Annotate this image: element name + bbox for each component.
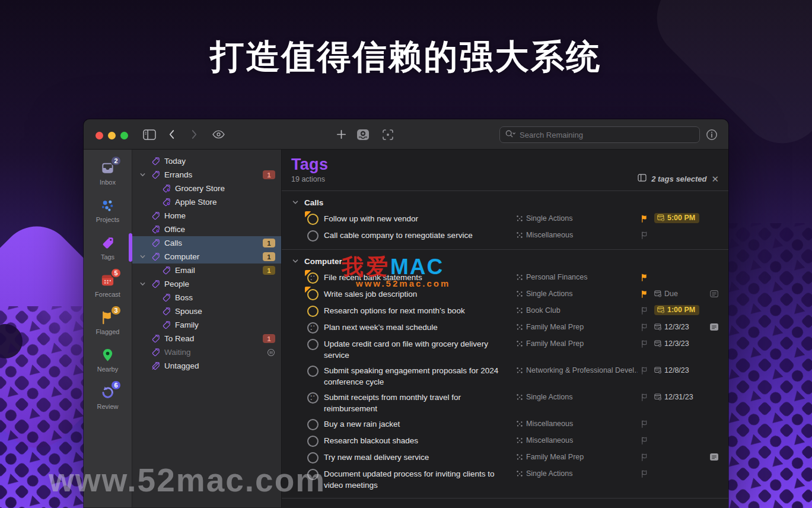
task-checkbox[interactable] xyxy=(307,436,319,447)
sidebar-item-tags[interactable]: Tags xyxy=(84,228,132,266)
chevron-down-icon[interactable] xyxy=(292,199,299,206)
task-title[interactable]: Document updated process for inviting cl… xyxy=(324,468,502,491)
tag-row-waiting[interactable]: Waiting xyxy=(132,345,281,359)
sidebar-item-projects[interactable]: Projects xyxy=(84,191,132,228)
tag-row-to-read[interactable]: To Read1 xyxy=(132,332,281,345)
flag-outline-icon[interactable] xyxy=(640,323,649,334)
task-checkbox[interactable] xyxy=(307,366,319,377)
forward-icon[interactable] xyxy=(189,119,199,150)
tag-row-office[interactable]: Office xyxy=(132,223,281,236)
task-title[interactable]: Submit speaking engagement proposals for… xyxy=(324,365,502,388)
sidebar-item-nearby[interactable]: Nearby xyxy=(84,341,132,378)
task-row[interactable]: Research options for next month’s book B… xyxy=(282,303,728,319)
flag-icon[interactable] xyxy=(640,273,649,284)
task-checkbox[interactable] xyxy=(307,419,319,430)
task-row[interactable]: Submit receipts from monthly travel for … xyxy=(282,389,728,416)
calendar-icon xyxy=(657,214,665,221)
task-row[interactable]: Document updated process for inviting cl… xyxy=(282,466,728,493)
task-row[interactable]: Submit speaking engagement proposals for… xyxy=(282,363,728,389)
focus-icon[interactable] xyxy=(381,119,394,150)
section-header[interactable]: Calls xyxy=(282,195,728,209)
close-window-button[interactable] xyxy=(95,132,103,139)
task-row[interactable]: Update credit card on file with grocery … xyxy=(282,336,728,363)
note-icon[interactable] xyxy=(710,290,719,300)
task-title[interactable]: Call cable company to renegotiate servic… xyxy=(324,230,502,241)
section-name: Calls xyxy=(304,198,323,207)
tag-row-family[interactable]: Family xyxy=(132,318,281,332)
flag-icon[interactable] xyxy=(640,290,649,301)
flag-outline-icon[interactable] xyxy=(640,366,649,377)
tag-row-spouse[interactable]: Spouse xyxy=(132,304,281,318)
chevron-down-icon[interactable] xyxy=(139,253,151,260)
task-checkbox[interactable] xyxy=(307,322,319,334)
task-title[interactable]: Research options for next month’s book xyxy=(324,305,502,316)
task-title[interactable]: Research blackout shades xyxy=(324,435,502,446)
view-options-icon[interactable] xyxy=(211,119,226,150)
task-row[interactable]: Research blackout shades Miscellaneous xyxy=(282,433,728,449)
task-title[interactable]: Buy a new rain jacket xyxy=(324,418,502,430)
tag-row-computer[interactable]: Computer1 xyxy=(132,250,281,263)
task-checkbox[interactable] xyxy=(307,306,319,317)
note-icon[interactable] xyxy=(710,323,719,334)
flag-outline-icon[interactable] xyxy=(640,393,649,404)
chevron-down-icon[interactable] xyxy=(139,172,151,178)
section-header[interactable]: Computer : Email xyxy=(282,503,728,507)
tag-row-today[interactable]: Today xyxy=(132,154,281,168)
sidebar-item-flagged[interactable]: 3 Flagged xyxy=(84,303,132,341)
task-checkbox[interactable] xyxy=(307,289,319,300)
tag-row-people[interactable]: People xyxy=(132,277,281,291)
back-icon[interactable] xyxy=(167,119,176,150)
task-checkbox[interactable] xyxy=(307,214,319,225)
info-icon[interactable] xyxy=(705,119,718,150)
tag-row-calls[interactable]: Calls1 xyxy=(132,236,281,250)
sidebar-item-forecast[interactable]: 5 Forecast xyxy=(84,266,132,303)
chevron-down-icon[interactable] xyxy=(139,281,151,287)
tag-row-email[interactable]: Email1 xyxy=(132,263,281,277)
flag-outline-icon[interactable] xyxy=(640,420,649,431)
chevron-down-icon[interactable] xyxy=(292,506,299,507)
task-title[interactable]: Plan next week’s meal schedule xyxy=(324,322,502,333)
task-row[interactable]: Buy a new rain jacket Miscellaneous xyxy=(282,416,728,433)
stage: 打造值得信赖的强大系统 2 Inbox Projects Tags5 Forec… xyxy=(0,0,812,508)
tag-row-home[interactable]: Home xyxy=(132,209,281,223)
task-row[interactable]: Write sales job description Single Actio… xyxy=(282,286,728,303)
panel-columns-icon[interactable] xyxy=(638,173,647,184)
task-checkbox[interactable] xyxy=(307,272,319,284)
tag-row-boss[interactable]: Boss xyxy=(132,291,281,304)
chevron-down-icon[interactable] xyxy=(292,258,299,265)
flag-outline-icon[interactable] xyxy=(640,469,649,481)
sidebar-item-review[interactable]: 6 Review xyxy=(84,378,132,415)
task-title[interactable]: Update credit card on file with grocery … xyxy=(324,338,502,361)
minimize-window-button[interactable] xyxy=(108,132,116,139)
task-checkbox[interactable] xyxy=(307,392,319,404)
task-row[interactable]: Follow up with new vendor Single Actions… xyxy=(282,211,728,227)
note-icon[interactable] xyxy=(710,453,719,463)
task-checkbox[interactable] xyxy=(307,230,319,242)
flag-outline-icon[interactable] xyxy=(640,339,649,351)
tag-row-apple-store[interactable]: Apple Store xyxy=(132,195,281,209)
task-title[interactable]: Try new meal delivery service xyxy=(324,452,502,463)
task-title[interactable]: Submit receipts from monthly travel for … xyxy=(324,392,502,414)
quick-entry-icon[interactable] xyxy=(356,119,370,150)
search-field[interactable] xyxy=(499,126,700,143)
clear-selection-icon[interactable]: ✕ xyxy=(711,174,719,183)
zoom-window-button[interactable] xyxy=(120,132,128,139)
flag-outline-icon[interactable] xyxy=(640,306,649,318)
search-input[interactable] xyxy=(520,131,695,139)
task-checkbox[interactable] xyxy=(307,339,319,350)
flag-outline-icon[interactable] xyxy=(640,436,649,447)
flag-outline-icon[interactable] xyxy=(640,453,649,464)
task-row[interactable]: Try new meal delivery service Family Mea… xyxy=(282,449,728,466)
flag-outline-icon[interactable] xyxy=(640,231,649,242)
flag-icon[interactable] xyxy=(640,214,649,226)
sidebar-toggle-icon[interactable] xyxy=(142,119,157,150)
task-row[interactable]: Call cable company to renegotiate servic… xyxy=(282,227,728,244)
task-title[interactable]: Follow up with new vendor xyxy=(324,213,502,224)
tag-row-untagged[interactable]: Untagged xyxy=(132,359,281,373)
add-item-icon[interactable] xyxy=(335,119,347,150)
tag-row-grocery-store[interactable]: Grocery Store xyxy=(132,182,281,195)
task-row[interactable]: Plan next week’s meal schedule Family Me… xyxy=(282,319,728,336)
tag-row-errands[interactable]: Errands1 xyxy=(132,168,281,182)
task-title[interactable]: Write sales job description xyxy=(324,288,502,300)
sidebar-item-inbox[interactable]: 2 Inbox xyxy=(84,154,132,191)
